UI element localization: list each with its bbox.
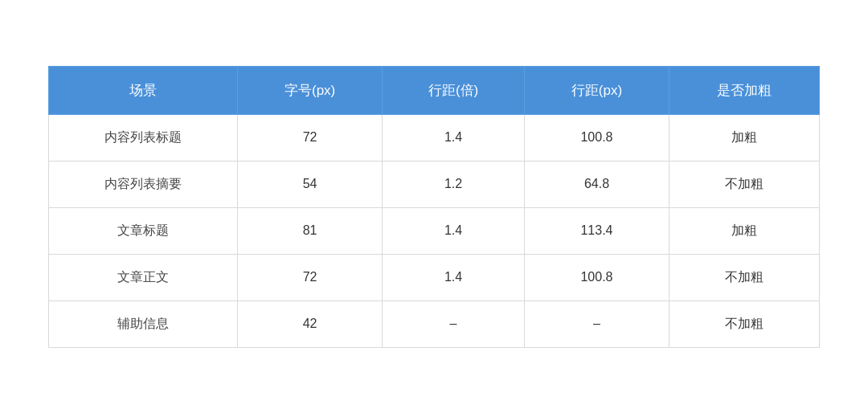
cell-bold: 加粗 <box>669 207 819 254</box>
table-row: 内容列表标题721.4100.8加粗 <box>49 114 820 161</box>
cell-font_size: 72 <box>238 114 382 161</box>
header-line-height-ratio: 行距(倍) <box>382 66 525 114</box>
typography-table: 场景 字号(px) 行距(倍) 行距(px) 是否加粗 内容列表标题721.41… <box>48 66 820 348</box>
table-row: 内容列表摘要541.264.8不加粗 <box>49 161 820 207</box>
cell-scene: 内容列表标题 <box>49 114 238 161</box>
table-row: 文章正文721.4100.8不加粗 <box>49 254 820 301</box>
header-bold: 是否加粗 <box>669 66 819 114</box>
cell-scene: 内容列表摘要 <box>49 161 238 207</box>
cell-bold: 不加粗 <box>669 254 819 301</box>
cell-font_size: 42 <box>238 301 382 347</box>
cell-line_height_ratio: 1.4 <box>382 207 525 254</box>
cell-scene: 辅助信息 <box>49 301 238 347</box>
cell-font_size: 72 <box>238 254 382 301</box>
cell-line_height_px: 100.8 <box>525 254 669 301</box>
cell-line_height_px: 64.8 <box>525 161 669 207</box>
cell-line_height_ratio: 1.4 <box>382 254 525 301</box>
cell-bold: 不加粗 <box>669 161 819 207</box>
table-row: 辅助信息42––不加粗 <box>49 301 820 347</box>
header-line-height-px: 行距(px) <box>525 66 669 114</box>
cell-font_size: 54 <box>238 161 382 207</box>
header-scene: 场景 <box>49 66 238 114</box>
cell-line_height_px: 100.8 <box>525 114 669 161</box>
cell-line_height_ratio: 1.4 <box>382 114 525 161</box>
table-header-row: 场景 字号(px) 行距(倍) 行距(px) 是否加粗 <box>49 66 820 114</box>
cell-bold: 不加粗 <box>669 301 819 347</box>
cell-line_height_px: – <box>525 301 669 347</box>
cell-line_height_ratio: – <box>382 301 525 347</box>
cell-bold: 加粗 <box>669 114 819 161</box>
cell-line_height_ratio: 1.2 <box>382 161 525 207</box>
table-wrapper: 场景 字号(px) 行距(倍) 行距(px) 是否加粗 内容列表标题721.41… <box>48 66 820 348</box>
cell-scene: 文章正文 <box>49 254 238 301</box>
table-row: 文章标题811.4113.4加粗 <box>49 207 820 254</box>
cell-line_height_px: 113.4 <box>525 207 669 254</box>
cell-font_size: 81 <box>238 207 382 254</box>
cell-scene: 文章标题 <box>49 207 238 254</box>
header-font-size: 字号(px) <box>238 66 382 114</box>
